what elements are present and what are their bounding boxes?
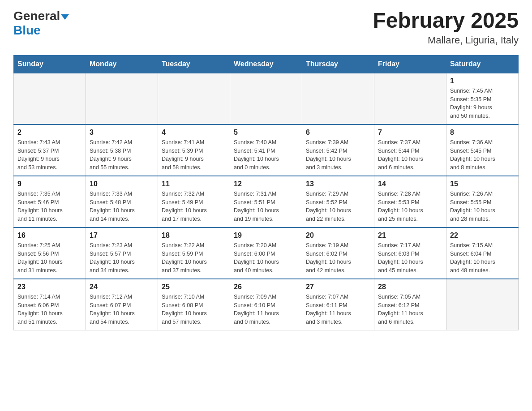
day-number: 1 (450, 77, 515, 85)
calendar-cell: 19Sunrise: 7:20 AM Sunset: 6:00 PM Dayli… (230, 227, 302, 279)
calendar-cell: 22Sunrise: 7:15 AM Sunset: 6:04 PM Dayli… (446, 227, 519, 279)
day-number: 12 (234, 180, 298, 188)
calendar-cell: 27Sunrise: 7:07 AM Sunset: 6:11 PM Dayli… (302, 279, 374, 330)
calendar-cell: 16Sunrise: 7:25 AM Sunset: 5:56 PM Dayli… (14, 227, 86, 279)
calendar-cell: 3Sunrise: 7:42 AM Sunset: 5:38 PM Daylig… (86, 124, 158, 176)
day-info: Sunrise: 7:19 AM Sunset: 6:02 PM Dayligh… (306, 241, 370, 275)
calendar-week-5: 23Sunrise: 7:14 AM Sunset: 6:06 PM Dayli… (14, 279, 519, 330)
day-number: 16 (17, 231, 82, 240)
day-info: Sunrise: 7:26 AM Sunset: 5:55 PM Dayligh… (450, 190, 515, 223)
calendar-cell: 21Sunrise: 7:17 AM Sunset: 6:03 PM Dayli… (374, 227, 446, 279)
day-info: Sunrise: 7:05 AM Sunset: 6:12 PM Dayligh… (378, 293, 442, 326)
calendar-week-4: 16Sunrise: 7:25 AM Sunset: 5:56 PM Dayli… (14, 227, 519, 279)
calendar-cell (446, 279, 519, 330)
calendar-cell: 10Sunrise: 7:33 AM Sunset: 5:48 PM Dayli… (86, 176, 158, 227)
day-number: 14 (378, 180, 442, 188)
day-info: Sunrise: 7:12 AM Sunset: 6:07 PM Dayligh… (90, 293, 154, 326)
calendar-cell (14, 73, 86, 124)
calendar-cell: 17Sunrise: 7:23 AM Sunset: 5:57 PM Dayli… (86, 227, 158, 279)
calendar-cell (374, 73, 446, 124)
day-info: Sunrise: 7:07 AM Sunset: 6:11 PM Dayligh… (306, 293, 370, 326)
day-info: Sunrise: 7:32 AM Sunset: 5:49 PM Dayligh… (162, 190, 226, 223)
calendar-cell (86, 73, 158, 124)
calendar-table: SundayMondayTuesdayWednesdayThursdayFrid… (13, 55, 519, 330)
calendar-cell: 2Sunrise: 7:43 AM Sunset: 5:37 PM Daylig… (14, 124, 86, 176)
day-number: 27 (306, 283, 370, 291)
day-info: Sunrise: 7:09 AM Sunset: 6:10 PM Dayligh… (234, 293, 298, 326)
day-info: Sunrise: 7:35 AM Sunset: 5:46 PM Dayligh… (17, 190, 82, 223)
calendar-cell: 8Sunrise: 7:36 AM Sunset: 5:45 PM Daylig… (446, 124, 519, 176)
day-info: Sunrise: 7:45 AM Sunset: 5:35 PM Dayligh… (450, 87, 515, 120)
day-info: Sunrise: 7:15 AM Sunset: 6:04 PM Dayligh… (450, 241, 515, 275)
day-info: Sunrise: 7:22 AM Sunset: 5:59 PM Dayligh… (162, 241, 226, 275)
day-number: 6 (306, 128, 370, 137)
calendar-header-thursday: Thursday (302, 55, 374, 73)
day-info: Sunrise: 7:23 AM Sunset: 5:57 PM Dayligh… (90, 241, 154, 275)
day-info: Sunrise: 7:33 AM Sunset: 5:48 PM Dayligh… (90, 190, 154, 223)
day-info: Sunrise: 7:31 AM Sunset: 5:51 PM Dayligh… (234, 190, 298, 223)
day-number: 20 (306, 231, 370, 240)
calendar-header-row: SundayMondayTuesdayWednesdayThursdayFrid… (14, 55, 519, 73)
calendar-cell (230, 73, 302, 124)
calendar-cell: 26Sunrise: 7:09 AM Sunset: 6:10 PM Dayli… (230, 279, 302, 330)
header-right: February 2025 Mallare, Liguria, Italy (373, 9, 519, 46)
calendar-cell: 18Sunrise: 7:22 AM Sunset: 5:59 PM Dayli… (158, 227, 230, 279)
day-number: 8 (450, 128, 515, 137)
day-number: 4 (162, 128, 226, 137)
calendar-cell: 7Sunrise: 7:37 AM Sunset: 5:44 PM Daylig… (374, 124, 446, 176)
day-number: 13 (306, 180, 370, 188)
calendar-cell: 28Sunrise: 7:05 AM Sunset: 6:12 PM Dayli… (374, 279, 446, 330)
day-number: 2 (17, 128, 82, 137)
page-header: General Blue February 2025 Mallare, Ligu… (13, 9, 519, 46)
day-info: Sunrise: 7:20 AM Sunset: 6:00 PM Dayligh… (234, 241, 298, 275)
calendar-cell: 23Sunrise: 7:14 AM Sunset: 6:06 PM Dayli… (14, 279, 86, 330)
day-number: 7 (378, 128, 442, 137)
day-info: Sunrise: 7:36 AM Sunset: 5:45 PM Dayligh… (450, 138, 515, 172)
calendar-cell: 15Sunrise: 7:26 AM Sunset: 5:55 PM Dayli… (446, 176, 519, 227)
day-number: 11 (162, 180, 226, 188)
day-number: 26 (234, 283, 298, 291)
calendar-cell: 12Sunrise: 7:31 AM Sunset: 5:51 PM Dayli… (230, 176, 302, 227)
calendar-cell: 6Sunrise: 7:39 AM Sunset: 5:42 PM Daylig… (302, 124, 374, 176)
calendar-cell: 25Sunrise: 7:10 AM Sunset: 6:08 PM Dayli… (158, 279, 230, 330)
day-number: 22 (450, 231, 515, 240)
day-info: Sunrise: 7:28 AM Sunset: 5:53 PM Dayligh… (378, 190, 442, 223)
day-info: Sunrise: 7:17 AM Sunset: 6:03 PM Dayligh… (378, 241, 442, 275)
day-number: 15 (450, 180, 515, 188)
day-number: 18 (162, 231, 226, 240)
calendar-week-1: 1Sunrise: 7:45 AM Sunset: 5:35 PM Daylig… (14, 73, 519, 124)
logo: General Blue (13, 9, 69, 38)
day-number: 21 (378, 231, 442, 240)
logo-blue-text: Blue (13, 23, 41, 37)
calendar-cell: 9Sunrise: 7:35 AM Sunset: 5:46 PM Daylig… (14, 176, 86, 227)
day-info: Sunrise: 7:40 AM Sunset: 5:41 PM Dayligh… (234, 138, 298, 172)
day-number: 24 (90, 283, 154, 291)
day-number: 10 (90, 180, 154, 188)
calendar-cell: 13Sunrise: 7:29 AM Sunset: 5:52 PM Dayli… (302, 176, 374, 227)
day-info: Sunrise: 7:10 AM Sunset: 6:08 PM Dayligh… (162, 293, 226, 326)
calendar-header-monday: Monday (86, 55, 158, 73)
day-info: Sunrise: 7:29 AM Sunset: 5:52 PM Dayligh… (306, 190, 370, 223)
day-number: 3 (90, 128, 154, 137)
calendar-header-tuesday: Tuesday (158, 55, 230, 73)
calendar-header-saturday: Saturday (446, 55, 519, 73)
location: Mallare, Liguria, Italy (373, 34, 519, 46)
calendar-cell (158, 73, 230, 124)
calendar-header-friday: Friday (374, 55, 446, 73)
day-number: 28 (378, 283, 442, 291)
calendar-header-sunday: Sunday (14, 55, 86, 73)
day-info: Sunrise: 7:41 AM Sunset: 5:39 PM Dayligh… (162, 138, 226, 172)
logo-general-text: General (13, 9, 60, 23)
calendar-cell: 1Sunrise: 7:45 AM Sunset: 5:35 PM Daylig… (446, 73, 519, 124)
calendar-cell (302, 73, 374, 124)
day-info: Sunrise: 7:39 AM Sunset: 5:42 PM Dayligh… (306, 138, 370, 172)
day-number: 19 (234, 231, 298, 240)
day-info: Sunrise: 7:25 AM Sunset: 5:56 PM Dayligh… (17, 241, 82, 275)
calendar-cell: 14Sunrise: 7:28 AM Sunset: 5:53 PM Dayli… (374, 176, 446, 227)
calendar-week-2: 2Sunrise: 7:43 AM Sunset: 5:37 PM Daylig… (14, 124, 519, 176)
calendar-cell: 5Sunrise: 7:40 AM Sunset: 5:41 PM Daylig… (230, 124, 302, 176)
calendar-cell: 20Sunrise: 7:19 AM Sunset: 6:02 PM Dayli… (302, 227, 374, 279)
calendar-cell: 4Sunrise: 7:41 AM Sunset: 5:39 PM Daylig… (158, 124, 230, 176)
day-info: Sunrise: 7:14 AM Sunset: 6:06 PM Dayligh… (17, 293, 82, 326)
day-number: 25 (162, 283, 226, 291)
